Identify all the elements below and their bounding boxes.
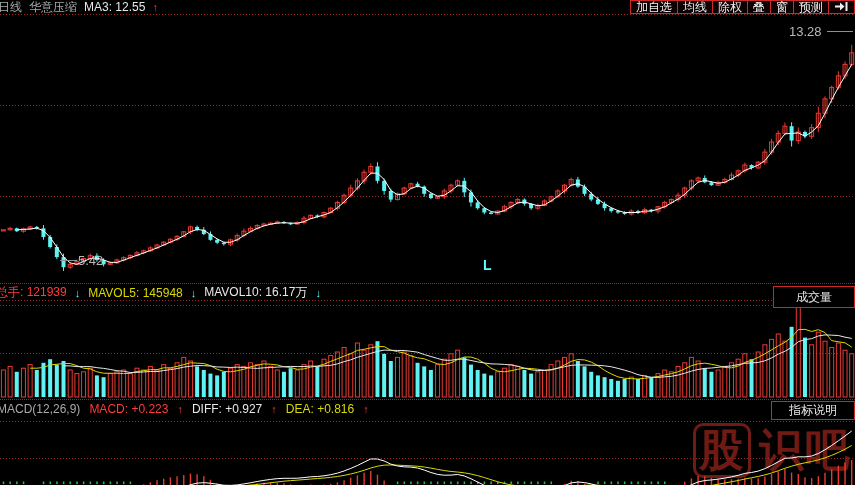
top-header: 日线 华意压缩 MA3: 12.55 ↑ 加自选 均线 除权 叠 窗 预测 [0,0,855,14]
macd-formula-label[interactable]: MACD(12,26,9) [0,402,80,416]
dea-value: DEA: +0.816 [286,402,354,416]
total-hands-value: 总手: 121939 [0,284,67,301]
stock-name: 华意压缩 [29,0,77,16]
volume-pane-header: 总手: 121939 ↓ MAVOL5: 145948 ↓ MAVOL10: 1… [0,283,855,301]
diff-value: DIFF: +0.927 [192,402,262,416]
down-arrow-icon: ↓ [75,287,81,299]
macd-chart[interactable] [0,417,855,485]
mavol5-value: MAVOL5: 145948 [88,286,183,300]
ma3-value: MA3: 12.55 [84,0,145,14]
mavol10-value: MAVOL10: 16.17万 [204,284,307,301]
add-watchlist-button[interactable]: 加自选 [630,0,678,14]
candlestick-chart[interactable] [0,14,855,283]
low-price-label: 5.42 [78,253,103,268]
up-arrow-icon: ↑ [271,403,277,415]
overlay-button[interactable]: 叠 [747,0,771,14]
high-price-label: 13.28 [789,24,822,39]
macd-value: MACD: +0.223 [89,402,168,416]
arrow-to-bar-icon [834,1,849,14]
up-arrow-icon: ↑ [177,403,183,415]
window-button[interactable]: 窗 [770,0,794,14]
ma3-up-arrow-icon: ↑ [152,1,158,13]
toolbar: 加自选 均线 除权 叠 窗 预测 [631,0,855,14]
high-pointer-line [827,31,853,32]
low-pointer-line [60,260,77,261]
up-arrow-icon: ↑ [363,403,369,415]
ex-rights-button[interactable]: 除权 [712,0,748,14]
volume-title-button[interactable]: 成交量 [773,286,855,308]
volume-chart[interactable] [0,300,855,399]
indicator-info-button[interactable]: 指标说明 [771,401,855,420]
forecast-button[interactable]: 预测 [793,0,829,14]
down-arrow-icon: ↓ [315,287,321,299]
chart-marker-l: L [483,257,492,273]
down-arrow-icon: ↓ [191,287,197,299]
skip-to-end-button[interactable] [828,0,855,14]
ma-lines-button[interactable]: 均线 [677,0,713,14]
macd-pane-header: MACD(12,26,9) MACD: +0.223 ↑ DIFF: +0.92… [0,399,855,418]
period-label[interactable]: 日线 [0,0,22,16]
